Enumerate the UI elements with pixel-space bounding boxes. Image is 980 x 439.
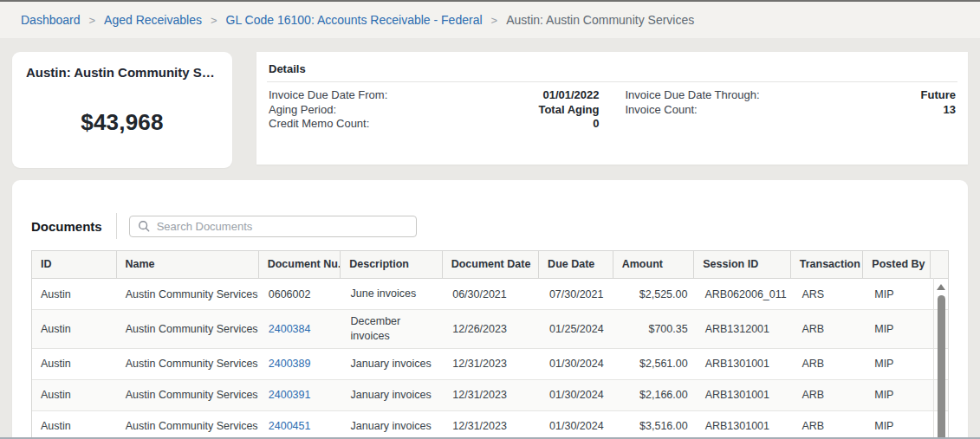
details-label: Invoice Due Date From: bbox=[269, 88, 387, 103]
table-scrollbar[interactable] bbox=[933, 278, 948, 439]
cell-id: Austin bbox=[32, 281, 117, 307]
scroll-thumb[interactable] bbox=[938, 295, 945, 439]
cell-document_date: 12/31/2023 bbox=[444, 351, 541, 377]
breadcrumb-item-3[interactable]: GL Code 16100: Accounts Receivable - Fed… bbox=[226, 13, 483, 27]
cell-due_date: 01/25/2024 bbox=[541, 316, 615, 342]
table-row: AustinAustin Community Services2400384De… bbox=[32, 310, 948, 349]
column-header-posted_by[interactable]: Posted By bbox=[863, 251, 931, 278]
breadcrumb-separator: > bbox=[89, 14, 96, 27]
cell-id: Austin bbox=[32, 413, 117, 439]
cell-transaction_source: ARB bbox=[793, 413, 866, 439]
cell-description: January invoices bbox=[342, 415, 445, 438]
document-number-link[interactable]: 2400451 bbox=[269, 420, 311, 432]
cell-session_id: ARB1301001 bbox=[697, 382, 794, 408]
cell-name: Austin Community Services bbox=[117, 382, 260, 408]
cell-amount: $3,516.00 bbox=[615, 413, 697, 439]
column-header-transaction_source[interactable]: Transaction So... bbox=[791, 251, 864, 278]
summary-card-amount: $43,968 bbox=[26, 109, 218, 136]
cell-session_id: ARB1312001 bbox=[697, 316, 794, 342]
cell-id: Austin bbox=[32, 316, 117, 342]
cell-amount: $700.35 bbox=[615, 316, 697, 342]
document-number-link[interactable]: 2400389 bbox=[269, 358, 311, 370]
cell-document_number: 2400389 bbox=[260, 351, 342, 377]
cell-description: January invoices bbox=[342, 352, 445, 376]
table-body: AustinAustin Community Services0606002Ju… bbox=[32, 279, 948, 439]
breadcrumb-item-4: Austin: Austin Community Services bbox=[506, 13, 694, 27]
cell-posted_by: MIP bbox=[866, 281, 933, 307]
toolbar-divider bbox=[116, 213, 117, 239]
details-panel: Details Invoice Due Date From:01/01/2022… bbox=[256, 52, 968, 165]
cell-document_number: 0606002 bbox=[260, 281, 342, 307]
cell-document_date: 12/26/2023 bbox=[444, 316, 541, 342]
column-header-id[interactable]: ID bbox=[32, 251, 117, 278]
column-header-name[interactable]: Name bbox=[117, 251, 259, 278]
breadcrumb-item-1[interactable]: Dashboard bbox=[21, 13, 81, 27]
cell-name: Austin Community Services bbox=[117, 281, 260, 307]
search-box[interactable] bbox=[129, 216, 417, 237]
table-row: AustinAustin Community Services2400389Ja… bbox=[32, 349, 948, 380]
cell-document_number: 2400391 bbox=[260, 382, 342, 408]
details-columns: Invoice Due Date From:01/01/2022Aging Pe… bbox=[267, 88, 957, 132]
documents-toolbar: Documents bbox=[31, 213, 949, 239]
cell-document_number: 2400451 bbox=[260, 413, 342, 439]
cell-amount: $2,525.00 bbox=[615, 281, 697, 307]
cell-document_number: 2400384 bbox=[260, 316, 342, 342]
cell-name: Austin Community Services bbox=[117, 316, 260, 342]
document-number-link[interactable]: 2400391 bbox=[269, 389, 311, 401]
details-right-column: Invoice Due Date Through:FutureInvoice C… bbox=[626, 88, 957, 132]
cell-session_id: ARB1301001 bbox=[697, 413, 794, 439]
cell-description: December invoices bbox=[342, 310, 445, 348]
top-row: Austin: Austin Community Services $43,96… bbox=[12, 52, 968, 168]
cell-transaction_source: ARB bbox=[793, 382, 866, 408]
table-row: AustinAustin Community Services0606002Ju… bbox=[32, 279, 948, 310]
summary-card-title: Austin: Austin Community Services bbox=[26, 65, 218, 80]
scroll-up-arrow-icon[interactable] bbox=[937, 284, 945, 290]
document-number-link[interactable]: 2400384 bbox=[269, 323, 311, 335]
table-header-row: IDNameDocument Nu...DescriptionDocument … bbox=[32, 251, 948, 279]
cell-description: January invoices bbox=[342, 384, 445, 407]
breadcrumb-item-2[interactable]: Aged Receivables bbox=[104, 13, 202, 27]
cell-due_date: 01/30/2024 bbox=[541, 413, 615, 439]
cell-due_date: 01/30/2024 bbox=[541, 382, 615, 408]
cell-document_date: 12/31/2023 bbox=[444, 382, 541, 408]
cell-amount: $2,561.00 bbox=[615, 351, 697, 377]
cell-document_date: 12/31/2023 bbox=[444, 413, 541, 439]
details-value: 13 bbox=[944, 103, 956, 118]
cell-session_id: ARB062006_011 bbox=[696, 281, 793, 307]
details-value: 0 bbox=[593, 117, 599, 132]
cell-posted_by: MIP bbox=[866, 382, 933, 408]
cell-name: Austin Community Services bbox=[117, 351, 260, 377]
table-row: AustinAustin Community Services2400451Ja… bbox=[32, 411, 948, 439]
details-row: Invoice Due Date From:01/01/2022 bbox=[269, 88, 600, 103]
column-header-due_date[interactable]: Due Date bbox=[539, 251, 613, 278]
details-value: Total Aging bbox=[538, 103, 599, 118]
column-header-session_id[interactable]: Session ID bbox=[694, 251, 790, 278]
details-row: Aging Period:Total Aging bbox=[269, 103, 600, 118]
breadcrumb-separator: > bbox=[211, 14, 217, 27]
details-left-column: Invoice Due Date From:01/01/2022Aging Pe… bbox=[269, 88, 600, 132]
details-row: Invoice Due Date Through:Future bbox=[626, 88, 957, 103]
cell-due_date: 01/30/2024 bbox=[541, 351, 615, 377]
documents-title: Documents bbox=[31, 219, 102, 234]
search-input[interactable] bbox=[157, 220, 408, 233]
cell-name: Austin Community Services bbox=[117, 413, 260, 439]
column-header-document_date[interactable]: Document Date bbox=[443, 251, 539, 278]
details-label: Invoice Due Date Through: bbox=[626, 88, 760, 103]
cell-transaction_source: ARB bbox=[793, 316, 866, 342]
cell-posted_by: MIP bbox=[866, 316, 933, 342]
column-header-description[interactable]: Description bbox=[341, 251, 442, 278]
cell-description: June invoices bbox=[342, 282, 445, 306]
details-row: Credit Memo Count:0 bbox=[269, 117, 600, 132]
column-header-document_number[interactable]: Document Nu... bbox=[259, 251, 341, 278]
search-icon bbox=[138, 220, 150, 232]
cell-id: Austin bbox=[32, 351, 117, 377]
details-row: Invoice Count:13 bbox=[626, 103, 957, 118]
details-value: Future bbox=[921, 88, 956, 103]
documents-panel: Documents IDNameDocument Nu...Descriptio… bbox=[12, 180, 968, 439]
column-header-amount[interactable]: Amount bbox=[613, 251, 695, 278]
cell-id: Austin bbox=[32, 382, 117, 408]
cell-transaction_source: ARS bbox=[793, 281, 866, 307]
cell-amount: $2,166.00 bbox=[615, 382, 697, 408]
details-value: 01/01/2022 bbox=[542, 88, 599, 103]
table-row: AustinAustin Community Services2400391Ja… bbox=[32, 380, 948, 411]
